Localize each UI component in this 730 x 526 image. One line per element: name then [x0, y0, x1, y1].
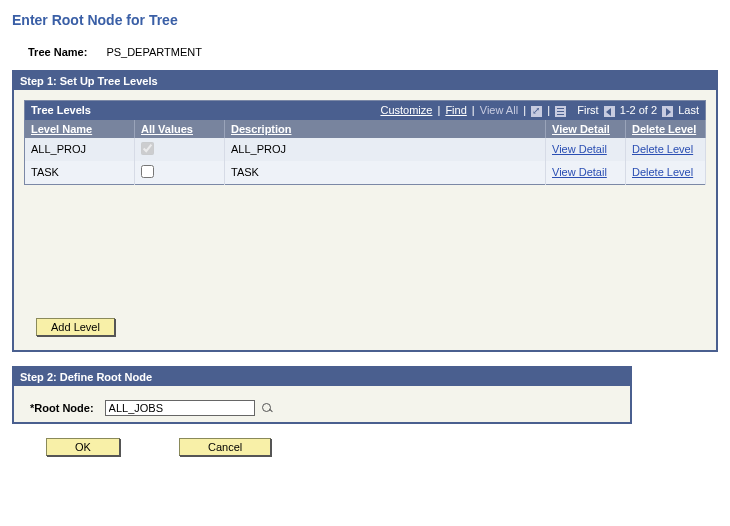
first-label: First [577, 104, 598, 116]
tree-levels-table: Tree Levels Customize | Find | View All … [24, 100, 706, 185]
cell-all-values [135, 161, 225, 185]
zoom-icon[interactable] [531, 106, 542, 117]
find-link[interactable]: Find [445, 104, 466, 116]
col-level-name[interactable]: Level Name [25, 120, 135, 138]
download-icon[interactable] [555, 106, 566, 117]
table-toolbar: Customize | Find | View All | | First 1-… [225, 101, 706, 120]
customize-link[interactable]: Customize [380, 104, 432, 116]
root-node-input[interactable] [105, 400, 255, 416]
all-values-checkbox [141, 142, 154, 155]
cell-level-name: ALL_PROJ [25, 138, 135, 161]
footer-buttons: OK Cancel [46, 438, 718, 456]
step2-section: Step 2: Define Root Node *Root Node: [12, 366, 632, 424]
cell-all-values [135, 138, 225, 161]
prev-page-icon[interactable] [604, 106, 615, 117]
add-level-button[interactable]: Add Level [36, 318, 115, 336]
step1-header: Step 1: Set Up Tree Levels [14, 72, 716, 90]
last-label: Last [678, 104, 699, 116]
root-node-label: *Root Node: [30, 402, 94, 414]
tree-name-value: PS_DEPARTMENT [106, 46, 202, 58]
tree-name-row: Tree Name: PS_DEPARTMENT [28, 46, 718, 58]
step2-header: Step 2: Define Root Node [14, 368, 630, 386]
col-all-values[interactable]: All Values [135, 120, 225, 138]
all-values-checkbox[interactable] [141, 165, 154, 178]
lookup-icon[interactable] [262, 403, 274, 415]
cell-description: ALL_PROJ [225, 138, 546, 161]
step1-section: Step 1: Set Up Tree Levels Tree Levels C… [12, 70, 718, 352]
next-page-icon[interactable] [662, 106, 673, 117]
delete-level-link[interactable]: Delete Level [632, 166, 693, 178]
view-detail-link[interactable]: View Detail [552, 143, 607, 155]
view-all-link: View All [480, 104, 518, 116]
cell-description: TASK [225, 161, 546, 185]
cell-level-name: TASK [25, 161, 135, 185]
page-title: Enter Root Node for Tree [12, 12, 718, 28]
range-text: 1-2 of 2 [620, 104, 657, 116]
table-row: ALL_PROJ ALL_PROJ View Detail Delete Lev… [25, 138, 706, 161]
cancel-button[interactable]: Cancel [179, 438, 271, 456]
view-detail-link[interactable]: View Detail [552, 166, 607, 178]
col-view-detail[interactable]: View Detail [546, 120, 626, 138]
table-row: TASK TASK View Detail Delete Level [25, 161, 706, 185]
ok-button[interactable]: OK [46, 438, 120, 456]
delete-level-link[interactable]: Delete Level [632, 143, 693, 155]
col-delete-level[interactable]: Delete Level [626, 120, 706, 138]
table-caption: Tree Levels [25, 101, 225, 120]
col-description[interactable]: Description [225, 120, 546, 138]
tree-name-label: Tree Name: [28, 46, 87, 58]
